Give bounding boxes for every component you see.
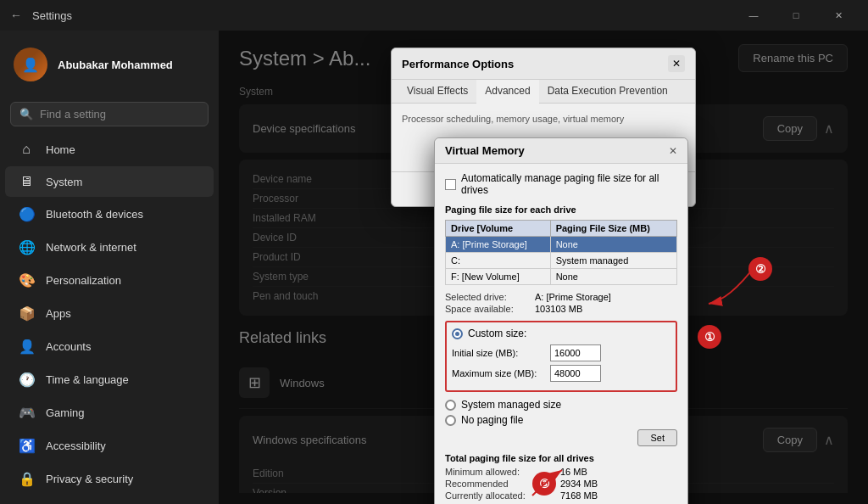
custom-size-radio[interactable] [452,328,463,339]
sidebar-item-apps[interactable]: 📦 Apps [5,298,214,329]
main-layout: 👤 Abubakar Mohammed 🔍 ⌂ Home 🖥 System 🔵 … [0,31,868,504]
sidebar-item-network[interactable]: 🌐 Network & internet [5,232,214,263]
selected-drive-value: A: [Prime Storage] [535,292,611,302]
total-paging-section: Total paging file size for all drives Mi… [445,453,677,501]
content-area: System > Ab... Rename this PC System Dev… [219,31,868,504]
sidebar-item-bluetooth[interactable]: 🔵 Bluetooth & devices [5,199,214,230]
no-paging-radio[interactable] [445,415,456,426]
sidebar-item-privacy[interactable]: 🔒 Privacy & security [5,463,214,495]
arrow-2 [696,249,772,316]
drive-f-size: None [550,269,676,285]
accounts-icon: 👤 [19,339,34,355]
max-size-label: Maximum size (MB): [452,368,545,378]
search-input[interactable] [40,108,199,120]
dialog-overlay: Performance Options ✕ Visual Effects Adv… [219,31,868,504]
drive-col-header: Drive [Volume [446,221,551,237]
system-managed-label: System managed size [461,399,561,411]
sidebar-item-label: Accounts [46,340,91,353]
auto-manage-label: Automatically manage paging file size fo… [461,172,677,196]
sidebar-item-system[interactable]: 🖥 System [5,166,214,197]
time-icon: 🕐 [19,372,34,388]
sidebar-item-gaming[interactable]: 🎮 Gaming [5,397,214,428]
space-available-value: 103103 MB [535,304,582,314]
sidebar-item-home[interactable]: ⌂ Home [5,134,214,165]
sidebar-item-label: Home [46,143,75,156]
sidebar: 👤 Abubakar Mohammed 🔍 ⌂ Home 🖥 System 🔵 … [0,31,219,504]
perf-dialog-body: Processor scheduling, memory usage, virt… [392,104,695,171]
system-managed-row: System managed size [445,399,677,411]
vm-close-button[interactable]: ✕ [669,145,677,157]
drive-row-a[interactable]: A: [Prime Storage] None [446,237,677,253]
sidebar-item-label: Gaming [46,406,85,419]
bluetooth-icon: 🔵 [19,206,34,222]
set-button-row: Set [445,429,677,446]
no-paging-row: No paging file [445,414,677,426]
avatar-image: 👤 [14,48,47,81]
initial-size-row: Initial size (MB): [452,344,670,361]
sidebar-item-time[interactable]: 🕐 Time & language [5,364,214,395]
radio-dot [455,332,459,336]
user-profile[interactable]: 👤 Abubakar Mohammed [0,37,219,92]
selected-drive-label: Selected drive: [445,292,530,302]
drive-c-size: System managed [550,253,676,269]
total-paging-title: Total paging file size for all drives [445,453,677,463]
sidebar-item-accessibility[interactable]: ♿ Accessibility [5,430,214,462]
search-box[interactable]: 🔍 [10,102,209,126]
drive-row-f[interactable]: F: [New Volume] None [446,269,677,285]
perf-dialog-title: Performance Options [402,58,514,70]
title-bar: ← Settings — □ ✕ [0,0,868,31]
size-col-header: Paging File Size (MB) [550,221,676,237]
sidebar-item-label: Accessibility [46,440,106,452]
perf-dialog-tabs: Visual Effects Advanced Data Execution P… [392,80,695,104]
maximize-button[interactable]: □ [776,0,815,31]
sidebar-item-label: Network & internet [46,241,136,254]
sidebar-item-personalization[interactable]: 🎨 Personalization [5,265,214,296]
app-title: Settings [32,9,724,22]
auto-manage-checkbox[interactable] [445,179,456,190]
sidebar-item-label: Privacy & security [46,473,133,485]
tab-advanced[interactable]: Advanced [476,80,538,104]
back-button[interactable]: ← [10,8,22,22]
recommended-label: Recommended [445,479,555,489]
tab-dep[interactable]: Data Execution Prevention [539,80,676,103]
close-button[interactable]: ✕ [819,0,858,31]
drive-row-c[interactable]: C: System managed [446,253,677,269]
initial-size-label: Initial size (MB): [452,348,545,358]
vm-title-bar: Virtual Memory ✕ [435,138,687,164]
home-icon: ⌂ [19,142,34,157]
vm-body: Automatically manage paging file size fo… [435,164,687,504]
sidebar-item-update[interactable]: 🔄 Windows Update [5,496,214,504]
minimize-button[interactable]: — [734,0,773,31]
sidebar-item-accounts[interactable]: 👤 Accounts [5,331,214,362]
sidebar-item-label: Personalization [46,274,121,287]
perf-dialog-close[interactable]: ✕ [668,55,685,72]
set-button[interactable]: Set [637,429,677,446]
avatar: 👤 [14,48,47,81]
sidebar-item-label: Bluetooth & devices [46,208,143,221]
annotation-1: ① [698,325,721,349]
network-icon: 🌐 [19,239,34,255]
sidebar-item-label: Apps [46,307,71,320]
drive-table: Drive [Volume Paging File Size (MB) A: [… [445,220,677,285]
tab-visual-effects[interactable]: Visual Effects [398,80,476,103]
virtual-memory-dialog: Virtual Memory ✕ Automatically manage pa… [434,137,688,504]
apps-icon: 📦 [19,305,34,322]
annotation-2: ② [748,257,772,281]
custom-size-label: Custom size: [468,328,526,339]
custom-size-radio-row: Custom size: [452,328,670,339]
initial-size-input[interactable] [550,344,601,361]
drive-info: Selected drive: A: [Prime Storage] Space… [445,292,677,314]
recommended-row: Recommended 2934 MB [445,479,677,489]
min-allowed-value: 16 MB [560,467,587,477]
system-icon: 🖥 [19,174,34,189]
drive-c-name: C: [446,253,551,269]
custom-size-box: Custom size: Initial size (MB): Maximum … [445,321,677,392]
personalization-icon: 🎨 [19,272,34,288]
max-size-input[interactable] [550,365,601,382]
system-managed-radio[interactable] [445,400,456,411]
accessibility-icon: ♿ [19,438,34,454]
min-allowed-row: Minimum allowed: 16 MB [445,467,677,477]
current-value: 7168 MB [560,490,598,501]
gaming-icon: 🎮 [19,405,34,421]
current-row: Currently allocated: 7168 MB [445,490,677,501]
